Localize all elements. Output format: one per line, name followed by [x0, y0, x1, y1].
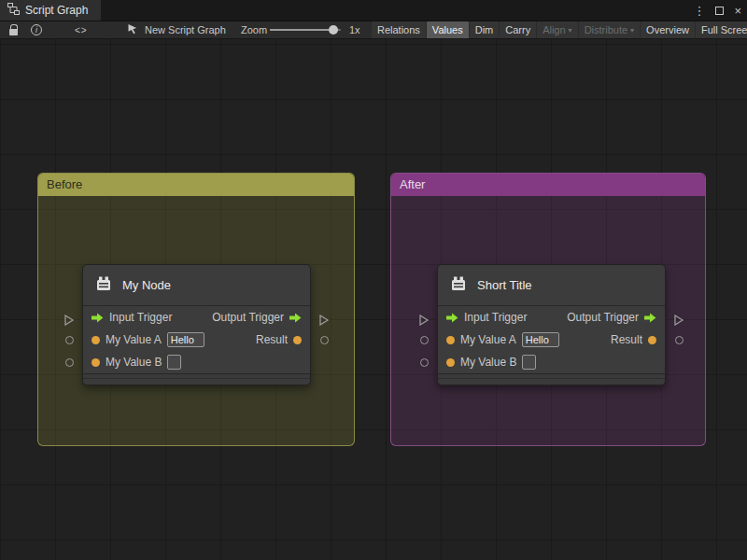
- node-box[interactable]: Short Title Input Trigger Output Trigger: [437, 264, 666, 385]
- tab-title: Script Graph: [25, 4, 88, 17]
- toolbar-button-strip: Relations Values Dim Carry Align ▾ Distr…: [372, 21, 747, 38]
- tab-bar: Script Graph ⋮ ×: [0, 0, 747, 21]
- node-footer: [438, 373, 665, 385]
- maximize-icon[interactable]: [715, 7, 724, 15]
- value-a-field[interactable]: [522, 332, 559, 347]
- result-port-icon[interactable]: [293, 336, 302, 344]
- script-graph-icon: [7, 3, 20, 18]
- unity-window: Script Graph ⋮ × i <> New Script Graph Z…: [0, 0, 747, 560]
- node-my-node: My Node Input Trigger Output Trigger: [82, 264, 311, 385]
- result-port-icon[interactable]: [648, 336, 656, 344]
- align-button[interactable]: Align ▾: [537, 21, 577, 38]
- external-trigger-port-left-icon[interactable]: [63, 313, 75, 329]
- fullscreen-button[interactable]: Full Screen: [696, 21, 747, 38]
- output-trigger-label: Output Trigger: [212, 311, 284, 324]
- external-value-port-right-icon[interactable]: [675, 336, 684, 344]
- group-before-label: Before: [47, 177, 82, 191]
- external-trigger-port-left-icon[interactable]: [418, 313, 430, 329]
- group-after-header[interactable]: After: [391, 174, 705, 196]
- external-value-port-left-icon[interactable]: [420, 336, 429, 344]
- node-box[interactable]: My Node Input Trigger Output Trigger: [82, 264, 311, 385]
- external-value-port-left-icon[interactable]: [65, 358, 74, 367]
- graph-toolbar: i <> New Script Graph Zoom 1x Relations …: [0, 21, 747, 39]
- node-title: Short Title: [477, 278, 532, 292]
- zoom-value: 1x: [349, 21, 360, 38]
- value-b-field[interactable]: [167, 355, 181, 370]
- external-value-port-left-icon[interactable]: [65, 336, 74, 344]
- graph-canvas[interactable]: Before After: [0, 39, 747, 560]
- node-ports: Input Trigger Output Trigger My Valu: [438, 306, 665, 373]
- value-a-port-row: My Value A Result: [438, 329, 665, 351]
- group-after-label: After: [400, 177, 425, 191]
- zoom-label: Zoom: [241, 21, 267, 38]
- relations-button[interactable]: Relations: [372, 21, 426, 38]
- node-footer: [83, 373, 310, 385]
- kebab-menu-icon[interactable]: ⋮: [693, 5, 705, 17]
- unit-icon: [93, 273, 114, 298]
- value-b-port-row: My Value B: [83, 351, 310, 373]
- values-button[interactable]: Values: [427, 21, 469, 38]
- external-value-port-right-icon[interactable]: [320, 336, 329, 344]
- trigger-port-row: Input Trigger Output Trigger: [83, 306, 310, 329]
- node-header[interactable]: Short Title: [438, 265, 665, 306]
- graph-name: New Script Graph: [145, 24, 226, 35]
- output-trigger-label: Output Trigger: [567, 311, 639, 324]
- value-b-port-row: My Value B: [438, 351, 665, 373]
- value-a-label: My Value A: [460, 333, 516, 346]
- value-a-port-row: My Value A Result: [83, 329, 310, 351]
- code-view-button[interactable]: <>: [75, 21, 88, 38]
- zoom-slider-handle[interactable]: [329, 25, 338, 35]
- input-trigger-label: Input Trigger: [109, 311, 172, 324]
- info-icon: i: [31, 24, 42, 35]
- external-value-port-left-icon[interactable]: [420, 358, 429, 367]
- overview-button[interactable]: Overview: [641, 21, 695, 38]
- input-trigger-port-icon[interactable]: [92, 313, 104, 323]
- value-b-port-icon[interactable]: [92, 358, 100, 367]
- result-label: Result: [256, 333, 288, 346]
- value-b-port-icon[interactable]: [446, 358, 455, 367]
- external-trigger-port-right-icon[interactable]: [318, 313, 330, 329]
- value-a-port-icon[interactable]: [446, 336, 455, 344]
- chevron-down-icon: ▾: [569, 26, 572, 35]
- output-trigger-port-icon[interactable]: [289, 313, 302, 323]
- zoom-slider-fill: [270, 29, 333, 31]
- close-icon[interactable]: ×: [734, 5, 741, 17]
- node-ports: Input Trigger Output Trigger My Valu: [83, 306, 310, 373]
- external-trigger-port-right-icon[interactable]: [673, 313, 684, 329]
- tab-script-graph[interactable]: Script Graph: [0, 0, 101, 21]
- distribute-button[interactable]: Distribute ▾: [579, 21, 640, 38]
- window-controls: ⋮ ×: [693, 0, 741, 21]
- lock-icon: [7, 24, 19, 36]
- value-b-label: My Value B: [460, 356, 516, 369]
- graph-breadcrumb[interactable]: New Script Graph: [127, 21, 226, 38]
- pointer-icon: [127, 23, 138, 36]
- node-title: My Node: [122, 278, 171, 292]
- unit-icon: [448, 273, 469, 298]
- node-short-title: Short Title Input Trigger Output Trigger: [437, 264, 666, 385]
- value-a-port-icon[interactable]: [92, 336, 100, 344]
- output-trigger-port-icon[interactable]: [644, 313, 656, 323]
- input-trigger-label: Input Trigger: [464, 311, 527, 324]
- result-label: Result: [611, 333, 642, 346]
- zoom-slider[interactable]: [270, 29, 341, 31]
- value-a-label: My Value A: [106, 333, 162, 346]
- chevron-down-icon: ▾: [630, 26, 634, 35]
- value-b-field[interactable]: [522, 355, 536, 370]
- lock-button[interactable]: [7, 21, 19, 38]
- node-header[interactable]: My Node: [83, 265, 310, 306]
- dim-button[interactable]: Dim: [470, 21, 500, 38]
- carry-button[interactable]: Carry: [500, 21, 536, 38]
- group-before-header[interactable]: Before: [38, 174, 354, 196]
- input-trigger-port-icon[interactable]: [446, 313, 458, 323]
- trigger-port-row: Input Trigger Output Trigger: [438, 306, 665, 329]
- code-icon: <>: [75, 25, 88, 35]
- value-a-field[interactable]: [167, 332, 204, 347]
- value-b-label: My Value B: [106, 356, 162, 369]
- info-button[interactable]: i: [31, 21, 42, 38]
